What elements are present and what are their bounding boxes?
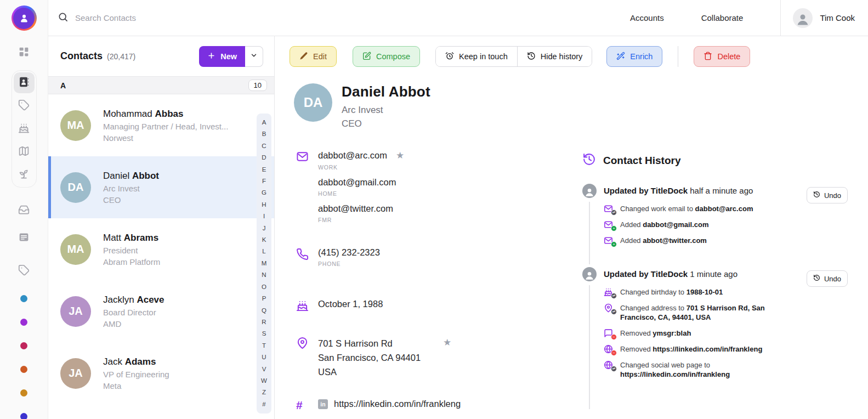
alpha-letter[interactable]: L: [262, 246, 265, 257]
color-dot[interactable]: [20, 413, 27, 419]
app-logo[interactable]: [12, 5, 37, 31]
alpha-letter[interactable]: J: [263, 223, 266, 234]
color-dot[interactable]: [20, 319, 27, 326]
contact-list-item[interactable]: DA Daniel Abbot Arc Invest CEO: [48, 156, 274, 218]
user-menu[interactable]: Tim Cook: [780, 0, 868, 36]
nav-growth[interactable]: [14, 165, 35, 185]
alpha-letter[interactable]: P: [262, 293, 266, 304]
star-icon[interactable]: ★: [443, 337, 451, 348]
nav-collaborate[interactable]: Collaborate: [701, 13, 744, 22]
nav-contacts[interactable]: [14, 72, 35, 93]
changed-badge-icon: ⇄: [611, 293, 617, 299]
alpha-letter[interactable]: C: [262, 140, 266, 152]
nav-accounts[interactable]: Accounts: [630, 13, 664, 22]
undo-history-icon: [813, 191, 820, 200]
color-dot[interactable]: [20, 389, 27, 397]
email-value[interactable]: abbot@twitter.com: [318, 203, 488, 214]
color-dot[interactable]: [20, 366, 27, 373]
change-text: Changed address to 701 S Harrison Rd, Sa…: [620, 303, 785, 322]
sprout-icon: [18, 168, 30, 182]
user-avatar: [793, 8, 813, 28]
color-dot[interactable]: [20, 295, 27, 302]
compose-button[interactable]: Compose: [353, 46, 420, 67]
address-line[interactable]: USA: [318, 365, 488, 379]
email-rows: dabbot@arc.com★WORKdabbot@gmail.comHOMEa…: [318, 150, 488, 230]
added-badge-icon: +: [611, 225, 617, 231]
alpha-letter[interactable]: K: [262, 234, 266, 246]
alpha-letter[interactable]: O: [262, 281, 266, 293]
edit-button[interactable]: Edit: [290, 46, 337, 67]
toolbar-divider: [678, 46, 678, 67]
nav-birthdays[interactable]: [14, 118, 35, 139]
alpha-letter[interactable]: T: [262, 340, 266, 352]
star-icon[interactable]: ★: [396, 150, 404, 161]
history-change: ⇄Changed work email to dabbot@arc.com: [604, 204, 848, 213]
linkedin-icon: in: [318, 399, 328, 409]
contact-list-item[interactable]: JA Jacklyn Aceve Board Director AMD: [48, 280, 274, 342]
envelope-icon: [296, 150, 318, 230]
address-line[interactable]: San Francisco, CA 94401: [318, 350, 488, 365]
undo-button[interactable]: Undo: [807, 187, 848, 203]
alpha-letter[interactable]: B: [262, 128, 266, 140]
contact-subtitle: Managing Partner / Head, Invest...: [103, 122, 228, 131]
color-dot[interactable]: [20, 342, 27, 349]
enrich-button[interactable]: Enrich: [606, 46, 662, 67]
alpha-letter[interactable]: E: [262, 164, 266, 175]
email-value[interactable]: dabbot@gmail.com: [318, 177, 488, 188]
phone-field: (415) 232-2323 PHONE: [296, 247, 488, 274]
phone-value[interactable]: (415) 232-2323: [318, 247, 488, 258]
change-text: Added abbot@twitter.com: [620, 236, 707, 245]
nav-tag-filters[interactable]: [13, 260, 35, 282]
social-url[interactable]: https://linkedin.com/in/frankleng: [334, 399, 461, 409]
search-input[interactable]: [75, 13, 256, 22]
address-line[interactable]: 701 S Harrison Rd: [318, 336, 488, 350]
globe-icon: −: [604, 344, 615, 354]
new-contact-dropdown[interactable]: [245, 46, 263, 67]
nav-tags[interactable]: [14, 95, 35, 116]
cake-icon: ⇄: [604, 287, 615, 297]
contact-list-item[interactable]: JA Jack Adams VP of Engineering Meta: [48, 342, 274, 404]
alpha-letter[interactable]: R: [262, 316, 266, 328]
new-contact-button[interactable]: New: [199, 46, 245, 67]
history-icon: [582, 152, 596, 169]
detail-name: Daniel Abbot: [342, 83, 430, 100]
change-text: Removed ymsgr:blah: [620, 329, 691, 338]
alpha-letter[interactable]: M: [262, 258, 267, 269]
keep-in-touch-button[interactable]: Keep in touch: [436, 47, 517, 66]
alpha-letter[interactable]: Z: [262, 387, 266, 398]
alpha-letter[interactable]: N: [262, 269, 266, 281]
nav-notes[interactable]: [13, 227, 35, 249]
alpha-letter[interactable]: S: [262, 328, 266, 339]
alpha-letter[interactable]: D: [262, 152, 266, 163]
contact-subtitle: Norwest: [103, 133, 228, 143]
alpha-letter[interactable]: F: [262, 175, 266, 187]
left-icon-rail: [0, 0, 48, 419]
alpha-letter[interactable]: U: [262, 352, 266, 363]
history-entries: Updated by TitleDock half a minute ago U…: [582, 184, 848, 412]
contact-list-item[interactable]: MA Mohammad Abbas Managing Partner / Hea…: [48, 94, 274, 156]
envelope-icon: ⇄: [604, 204, 615, 213]
changed-badge-icon: ⇄: [611, 366, 617, 372]
alpha-letter[interactable]: Q: [262, 305, 266, 316]
email-field: dabbot@arc.com★WORKdabbot@gmail.comHOMEa…: [296, 150, 488, 230]
alpha-letter[interactable]: V: [262, 364, 266, 375]
contact-subtitle: President: [103, 246, 160, 255]
compose-icon: [362, 52, 371, 62]
search-icon: [58, 12, 69, 25]
nav-inbox[interactable]: [13, 200, 35, 222]
contact-avatar: MA: [60, 234, 91, 265]
alpha-letter[interactable]: G: [262, 187, 266, 199]
email-value[interactable]: dabbot@arc.com★: [318, 150, 488, 161]
hide-history-button[interactable]: Hide history: [517, 47, 592, 66]
alpha-letter[interactable]: A: [262, 117, 266, 128]
alpha-letter[interactable]: #: [262, 399, 265, 410]
chat-icon: −: [604, 329, 615, 338]
alpha-letter[interactable]: W: [261, 375, 267, 387]
delete-button[interactable]: Delete: [694, 46, 750, 67]
alpha-letter[interactable]: I: [263, 211, 265, 222]
nav-map[interactable]: [14, 141, 35, 162]
nav-dashboard[interactable]: [13, 42, 35, 64]
alpha-letter[interactable]: H: [262, 199, 266, 211]
undo-button[interactable]: Undo: [807, 270, 848, 287]
contact-list-item[interactable]: MA Matt Abrams President Abram Platform: [48, 218, 274, 280]
